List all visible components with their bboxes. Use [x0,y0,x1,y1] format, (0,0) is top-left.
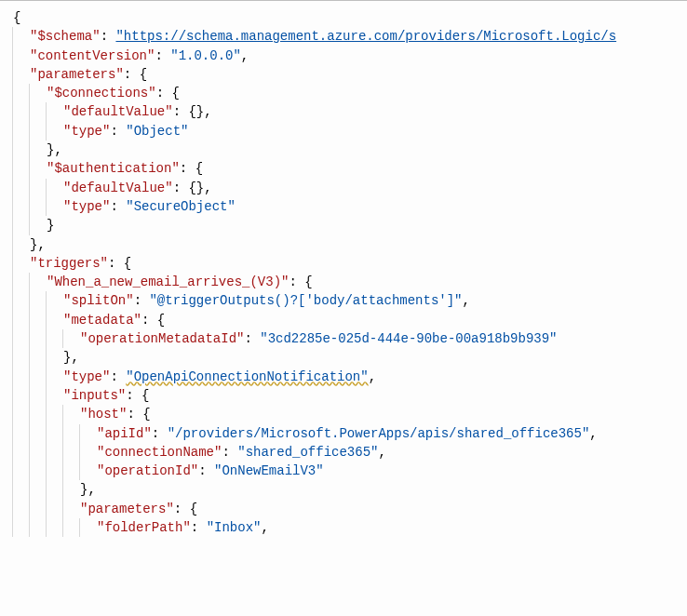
code-content: "defaultValue": {}, [61,102,212,121]
token: }, [47,142,62,157]
token: "inputs" [63,388,126,403]
code-content: { [11,8,20,27]
token: "type" [63,124,110,139]
token: : [101,29,116,44]
code-content: "$connections": { [45,84,180,102]
token: }, [80,482,96,497]
code-content: "connectionName": "shared_office365", [95,443,386,462]
token: : { [180,161,203,176]
indent-guides [11,368,61,386]
token: : [134,293,150,308]
code-content: "triggers": { [28,254,131,273]
token: : { [124,67,147,82]
code-content: "operationMetadataId": "3cd2285e-025d-44… [78,329,558,348]
code-content: "metadata": { [61,311,165,329]
code-line: }, [11,235,676,254]
code-line: "When_a_new_email_arrives_(V3)": { [11,273,676,291]
token: "metadata" [63,313,141,328]
code-line: "defaultValue": {}, [11,102,676,121]
token: : { [127,407,150,422]
code-content: "$schema": "https://schema.management.az… [28,27,616,46]
token: : { [289,275,312,289]
code-content: "folderPath": "Inbox", [95,518,269,537]
code-content: }, [61,348,79,367]
token: "$authentication" [47,161,180,176]
code-content: "When_a_new_email_arrives_(V3)": { [45,273,313,291]
code-content: "inputs": { [61,386,149,405]
code-line: "operationId": "OnNewEmailV3" [11,462,676,480]
token: : { [126,388,149,403]
token: }, [30,237,46,252]
token: , [463,293,470,308]
token: { [13,10,20,25]
indent-guides [11,84,45,102]
code-line: "triggers": { [11,254,676,273]
indent-guides [11,216,45,234]
token: : [198,463,214,478]
code-line: "defaultValue": {}, [11,179,676,197]
token: "defaultValue" [63,104,173,119]
indent-guides [11,179,61,197]
code-line: "folderPath": "Inbox", [11,518,676,537]
code-line: "parameters": { [11,500,676,518]
code-line: "type": "Object" [11,122,676,141]
code-line: } [11,216,676,234]
code-line: "type": "SecureObject" [11,197,676,216]
token: "connectionName" [97,445,222,460]
token: : { [108,256,131,271]
token: : [110,199,126,214]
token: : [152,426,168,441]
token: , [261,520,268,535]
code-content: "$authentication": { [45,159,203,178]
indent-guides [11,65,28,84]
code-content: "contentVersion": "1.0.0.0", [28,47,249,65]
token: }, [63,350,79,365]
indent-guides [11,518,95,537]
indent-guides [11,235,28,254]
indent-guides [11,405,78,423]
indent-guides [11,329,78,348]
token: "parameters" [80,502,174,516]
indent-guides [11,254,28,273]
token: , [369,369,376,384]
code-line: }, [11,480,676,499]
token: "/providers/Microsoft.PowerApps/apis/sha… [168,426,590,441]
token: "https://schema.management.azure.com/pro… [115,29,616,44]
token: "host" [80,407,127,422]
token: : [222,445,237,460]
indent-guides [11,348,61,367]
code-content: "apiId": "/providers/Microsoft.PowerApps… [95,424,598,443]
indent-guides [11,311,61,329]
indent-guides [11,197,61,216]
token: : [110,369,126,384]
indent-guides [11,159,45,178]
indent-guides [11,291,61,310]
indent-guides [11,480,78,499]
code-content: }, [28,235,46,254]
token: : { [174,502,197,516]
token: "1.0.0.0" [170,48,241,63]
token: "folderPath" [97,520,191,535]
token: "SecureObject" [126,199,236,214]
token: "3cd2285e-025d-444e-90be-00a918b9b939" [260,331,557,346]
code-content: "type": "Object" [61,122,188,141]
indent-guides [11,462,95,480]
token: "type" [63,199,110,214]
code-line: "inputs": { [11,386,676,405]
code-content: } [45,216,54,234]
token: "operationId" [97,463,198,478]
token: : { [156,86,180,100]
indent-guides [11,424,95,443]
token: : [191,520,207,535]
code-content: "parameters": { [78,500,197,518]
token: : {}, [173,104,212,119]
code-line: "$schema": "https://schema.management.az… [11,27,676,46]
token: "$schema" [30,29,101,44]
code-content: }, [78,480,96,499]
code-content: "type": "SecureObject" [61,197,236,216]
indent-guides [11,141,45,159]
token: , [241,48,249,63]
token: : {}, [173,181,212,195]
code-line: { [11,8,676,27]
token: : [110,124,126,139]
